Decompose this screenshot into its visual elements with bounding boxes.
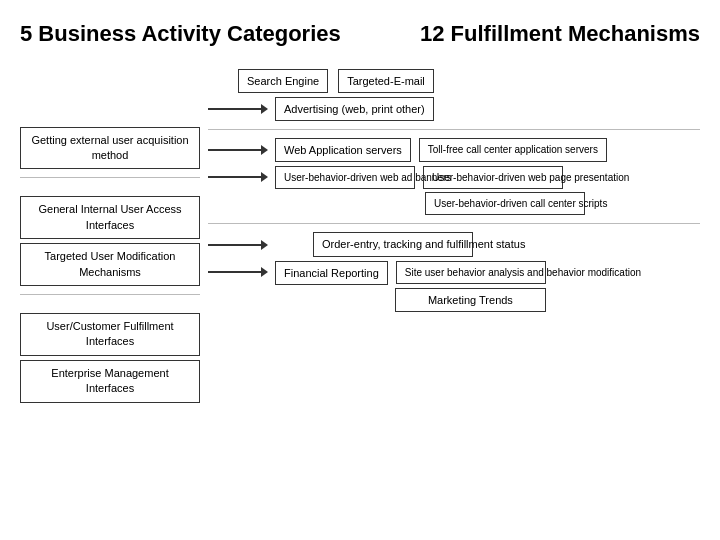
- arrow-general-internal: [208, 149, 263, 151]
- row-enterprise: Financial Reporting Site user behavior a…: [208, 261, 700, 313]
- divider-right-1: [208, 129, 700, 130]
- header-right: 12 Fulfillment Mechanisms: [420, 20, 700, 49]
- row-user-customer: Order-entry, tracking and fulfillment st…: [208, 232, 700, 256]
- divider-right-2: [208, 223, 700, 224]
- page: 5 Business Activity Categories 12 Fulfil…: [0, 0, 720, 540]
- mech-targeted-email: Targeted-E-mail: [338, 69, 434, 93]
- row-general-internal: Web Application servers Toll-free call c…: [208, 138, 700, 162]
- arrow-enterprise: [208, 271, 263, 273]
- row-targeted-user: User-behavior-driven web ad banners User…: [208, 166, 700, 215]
- cat-user-customer-label: User/Customer Fulfillment Interfaces: [20, 313, 200, 356]
- categories-column: Getting external user acquisition method…: [20, 69, 200, 407]
- cat-getting-external: Getting external user acquisition method: [20, 127, 200, 170]
- right-title: 12 Fulfillment Mechanisms: [420, 20, 700, 49]
- cat-targeted-user-label: Targeted User Modification Mechanisms: [20, 243, 200, 286]
- arrow-user-customer: [208, 244, 263, 246]
- mech-financial-reporting: Financial Reporting: [275, 261, 388, 285]
- cat-enterprise-label: Enterprise Management Interfaces: [20, 360, 200, 403]
- cat-targeted-user: Targeted User Modification Mechanisms: [20, 243, 200, 286]
- mech-site-user-behavior: Site user behavior analysis and behavior…: [396, 261, 546, 284]
- mech-user-behavior-banners: User-behavior-driven web ad banners: [275, 166, 415, 189]
- mech-advertising: Advertising (web, print other): [275, 97, 434, 121]
- row-getting-external: Advertising (web, print other): [208, 97, 700, 121]
- arrow-getting-external: [208, 108, 263, 110]
- mech-user-behavior-web: User-behavior-driven web page presentati…: [423, 166, 563, 189]
- divider-2: [20, 294, 200, 295]
- cat-enterprise: Enterprise Management Interfaces: [20, 360, 200, 403]
- divider-1: [20, 177, 200, 178]
- mech-toll-free: Toll-free call center application server…: [419, 138, 607, 162]
- cat-user-customer: User/Customer Fulfillment Interfaces: [20, 313, 200, 356]
- left-title: 5 Business Activity Categories: [20, 20, 341, 49]
- cat-general-internal: General Internal User Access Interfaces: [20, 196, 200, 239]
- row-search-targeted: Search Engine Targeted-E-mail: [238, 69, 700, 93]
- mech-web-app-servers: Web Application servers: [275, 138, 411, 162]
- cat-general-internal-label: General Internal User Access Interfaces: [20, 196, 200, 239]
- mech-search-engine: Search Engine: [238, 69, 328, 93]
- cat-getting-external-label: Getting external user acquisition method: [20, 127, 200, 170]
- mechanisms-column: Search Engine Targeted-E-mail Advertisin…: [200, 69, 700, 407]
- mech-marketing-trends: Marketing Trends: [395, 288, 546, 312]
- mech-order-entry: Order-entry, tracking and fulfillment st…: [313, 232, 473, 256]
- mech-user-behavior-call: User-behavior-driven call center scripts: [425, 192, 585, 215]
- header: 5 Business Activity Categories 12 Fulfil…: [20, 20, 700, 49]
- arrow-targeted-user: [208, 176, 263, 178]
- header-left: 5 Business Activity Categories: [20, 20, 341, 49]
